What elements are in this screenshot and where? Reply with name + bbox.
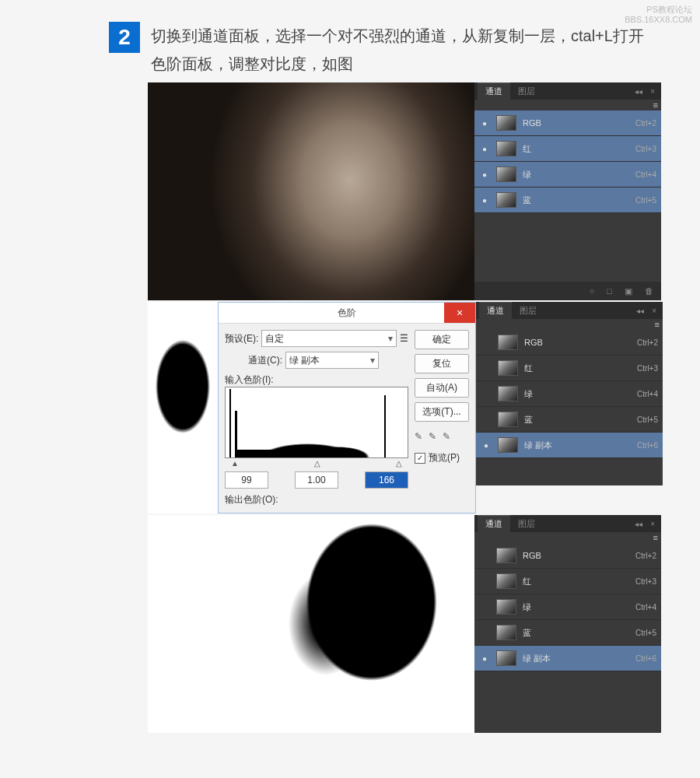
channel-shortcut: Ctrl+4 [635, 170, 656, 179]
channel-name: 绿 [524, 388, 631, 400]
trash-icon[interactable]: 🗑 [645, 286, 653, 296]
visibility-eye-icon[interactable] [479, 143, 490, 154]
new-channel-icon[interactable]: ▣ [625, 286, 632, 296]
channel-select[interactable]: 绿 副本 [285, 352, 379, 369]
channel-thumbnail [498, 360, 518, 376]
visibility-eye-icon[interactable] [479, 601, 490, 612]
midtone-input[interactable]: 1.00 [295, 471, 338, 489]
channel-shortcut: Ctrl+6 [637, 441, 658, 450]
threshold-preview-strip [148, 302, 218, 513]
channels-panel-1: 通道 图层 ◂◂ × ≡ RGBCtrl+2红Ctrl+3绿Ctrl+4蓝Ctr… [474, 82, 661, 300]
panel-menu-icon[interactable]: ≡ [653, 533, 658, 542]
panel-close-icon[interactable]: × [650, 87, 655, 96]
channel-row[interactable]: 蓝Ctrl+5 [476, 407, 663, 433]
channel-thumbnail [498, 386, 518, 401]
channel-row[interactable]: 红Ctrl+3 [474, 569, 661, 594]
visibility-eye-icon[interactable] [479, 169, 490, 180]
preset-select[interactable]: 自定 [261, 330, 397, 347]
histogram[interactable] [225, 387, 408, 458]
reset-button[interactable]: 复位 [415, 354, 469, 373]
dialog-title: 色阶 [338, 307, 356, 320]
channel-row[interactable]: RGBCtrl+2 [474, 110, 661, 136]
tab-layers[interactable]: 图层 [510, 516, 543, 532]
panel-collapse-icon[interactable]: ◂◂ [635, 520, 642, 528]
channel-label: 通道(C): [248, 354, 282, 367]
panel-collapse-icon[interactable]: ◂◂ [635, 87, 642, 96]
ok-button[interactable]: 确定 [415, 330, 469, 349]
tab-channels[interactable]: 通道 [478, 82, 510, 100]
visibility-eye-icon[interactable] [479, 576, 490, 587]
channel-thumbnail [496, 599, 516, 615]
channel-row[interactable]: 绿Ctrl+4 [476, 381, 663, 407]
channel-shortcut: Ctrl+4 [635, 603, 656, 612]
channel-shortcut: Ctrl+2 [635, 119, 656, 128]
channel-name: RGB [524, 338, 631, 347]
panel-close-icon[interactable]: × [652, 307, 656, 315]
channel-row[interactable]: 蓝Ctrl+5 [474, 187, 661, 213]
channel-name: RGB [523, 118, 629, 128]
channel-thumbnail [498, 412, 518, 427]
channel-name: 蓝 [524, 414, 631, 426]
channel-row[interactable]: 绿Ctrl+4 [474, 594, 661, 620]
channel-row[interactable]: RGBCtrl+2 [474, 543, 661, 569]
channel-row[interactable]: 红Ctrl+3 [474, 136, 661, 162]
close-icon[interactable]: × [444, 303, 475, 323]
visibility-eye-icon[interactable] [481, 363, 492, 373]
visibility-eye-icon[interactable] [479, 627, 490, 638]
channel-shortcut: Ctrl+2 [635, 552, 656, 560]
preview-checkbox[interactable]: ✓ 预览(P) [415, 451, 469, 464]
channel-row[interactable]: 绿Ctrl+4 [474, 162, 661, 187]
mid-slider-icon[interactable]: △ [314, 459, 320, 468]
watermark-line2: BBS.16XX8.COM [625, 15, 692, 25]
tab-layers[interactable]: 图层 [510, 83, 543, 100]
visibility-eye-icon[interactable] [481, 388, 492, 399]
mask-icon[interactable]: □ [607, 286, 612, 296]
panel-collapse-icon[interactable]: ◂◂ [636, 307, 644, 315]
shadow-slider-icon[interactable]: ▲ [231, 459, 239, 468]
auto-button[interactable]: 自动(A) [415, 378, 469, 398]
visibility-eye-icon[interactable] [479, 194, 490, 205]
channel-thumbnail [496, 192, 516, 208]
channel-thumbnail [496, 115, 516, 131]
channel-row[interactable]: 绿 副本Ctrl+6 [474, 646, 661, 671]
visibility-eye-icon[interactable] [481, 337, 492, 348]
panel-close-icon[interactable]: × [650, 520, 655, 528]
channel-thumbnail [498, 437, 518, 453]
channels-panel-3: 通道 图层 ◂◂ × ≡ RGBCtrl+2红Ctrl+3绿Ctrl+4蓝Ctr… [474, 515, 661, 733]
channel-name: 蓝 [523, 194, 629, 206]
white-eyedropper-icon[interactable]: ✎ [443, 431, 450, 442]
channel-row[interactable]: 绿 副本Ctrl+6 [476, 433, 663, 458]
shadow-input[interactable]: 99 [225, 471, 268, 489]
watermark-line1: PS教程论坛 [625, 5, 692, 15]
channel-shortcut: Ctrl+3 [635, 577, 656, 586]
channel-shortcut: Ctrl+5 [635, 196, 656, 205]
visibility-eye-icon[interactable] [479, 117, 490, 128]
selection-icon[interactable]: ○ [590, 286, 595, 296]
channel-shortcut: Ctrl+2 [637, 338, 658, 347]
highlight-input[interactable]: 166 [365, 471, 408, 489]
channel-thumbnail [496, 573, 516, 589]
tab-layers[interactable]: 图层 [512, 303, 544, 319]
visibility-eye-icon[interactable] [479, 653, 490, 664]
visibility-eye-icon[interactable] [481, 440, 492, 450]
input-levels-label: 输入色阶(I): [225, 373, 408, 387]
tab-channels[interactable]: 通道 [478, 515, 510, 532]
gray-eyedropper-icon[interactable]: ✎ [429, 431, 436, 442]
levels-dialog: 色阶 × 预设(E): 自定 ☰ 通道(C): 绿 副本 [218, 302, 476, 513]
panel-menu-icon[interactable]: ≡ [653, 100, 658, 110]
tab-channels[interactable]: 通道 [479, 302, 512, 319]
channel-shortcut: Ctrl+6 [635, 654, 656, 663]
channel-name: 绿 副本 [524, 440, 631, 451]
channel-row[interactable]: 蓝Ctrl+5 [474, 620, 661, 646]
preset-menu-icon[interactable]: ☰ [400, 333, 408, 344]
visibility-eye-icon[interactable] [479, 550, 490, 561]
output-levels-label: 输出色阶(O): [225, 493, 408, 506]
highlight-slider-icon[interactable]: △ [396, 459, 402, 468]
panel-menu-icon[interactable]: ≡ [655, 320, 660, 329]
black-eyedropper-icon[interactable]: ✎ [415, 431, 422, 442]
channel-row[interactable]: RGBCtrl+2 [476, 330, 663, 356]
visibility-eye-icon[interactable] [481, 414, 492, 425]
channel-shortcut: Ctrl+5 [635, 629, 656, 637]
options-button[interactable]: 选项(T)... [415, 402, 469, 422]
channel-row[interactable]: 红Ctrl+3 [476, 356, 663, 381]
